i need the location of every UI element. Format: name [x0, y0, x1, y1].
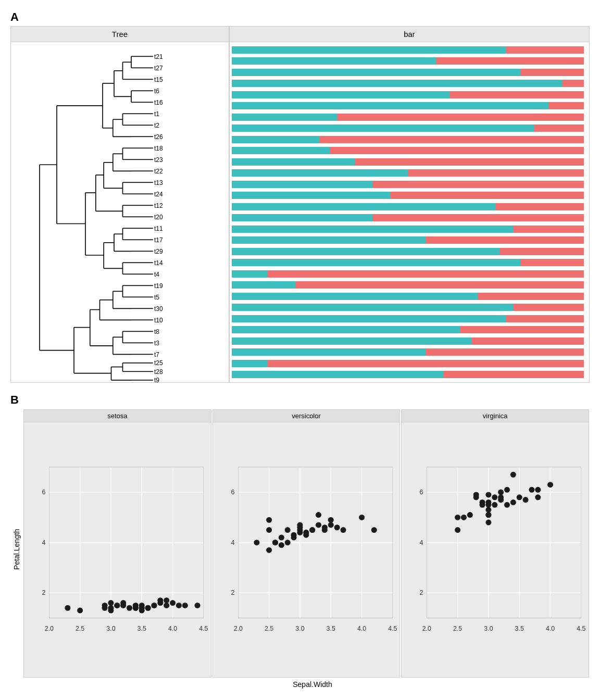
svg-text:t12: t12 — [154, 202, 163, 209]
bar-row — [232, 46, 584, 54]
svg-text:3.5: 3.5 — [326, 625, 335, 632]
svg-point-263 — [316, 522, 321, 528]
panel-b: B Petal.Length setosa2.02.53.03.54.04.52… — [10, 393, 590, 690]
svg-point-208 — [194, 603, 200, 608]
svg-text:t26: t26 — [154, 133, 163, 141]
svg-point-249 — [278, 542, 284, 548]
bar-row — [232, 113, 584, 121]
svg-point-217 — [157, 597, 163, 603]
svg-text:3.5: 3.5 — [138, 625, 146, 632]
svg-text:4: 4 — [420, 539, 423, 546]
bar-salmon — [514, 226, 584, 233]
bar-row — [232, 359, 584, 368]
bar-row — [232, 303, 584, 311]
bar-row — [232, 315, 584, 323]
bar-teal — [232, 169, 408, 177]
svg-point-216 — [151, 603, 157, 608]
svg-text:t27: t27 — [154, 65, 163, 72]
svg-point-302 — [486, 507, 492, 512]
svg-text:t28: t28 — [154, 368, 163, 376]
bar-row — [232, 191, 584, 199]
bar-row — [232, 91, 584, 99]
bar-teal — [232, 315, 506, 322]
tree-svg: t21 t27 t15 t6 t16 t1 t2 t26 t18 t23 t22… — [11, 42, 229, 382]
bar-salmon — [426, 348, 584, 356]
svg-point-306 — [492, 502, 498, 508]
svg-point-294 — [461, 515, 467, 520]
svg-text:t5: t5 — [154, 294, 159, 301]
svg-point-262 — [309, 527, 315, 533]
bar-teal — [232, 181, 372, 188]
bar-row — [232, 370, 584, 379]
tree-body: t21 t27 t15 t6 t16 t1 t2 t26 t18 t23 t22… — [10, 42, 229, 383]
svg-text:t24: t24 — [154, 191, 163, 198]
bar-salmon — [443, 371, 584, 378]
scatter-panel-setosa: setosa2.02.53.03.54.04.5246 — [23, 409, 211, 678]
svg-point-269 — [334, 524, 340, 530]
bar-row — [232, 68, 584, 77]
svg-text:t3: t3 — [154, 340, 159, 347]
bar-row — [232, 203, 584, 211]
bar-salmon — [548, 102, 584, 109]
bar-salmon — [562, 80, 584, 87]
svg-point-246 — [266, 517, 272, 523]
svg-text:t2: t2 — [154, 122, 159, 129]
svg-text:6: 6 — [231, 489, 234, 496]
bar-row — [232, 57, 584, 65]
svg-point-193 — [65, 605, 70, 611]
svg-point-270 — [340, 527, 346, 533]
scatter-container: Petal.Length setosa2.02.53.03.54.04.5246… — [10, 409, 590, 690]
bar-teal — [232, 270, 267, 278]
svg-point-318 — [535, 487, 541, 493]
bar-teal — [232, 114, 338, 121]
bar-teal — [232, 91, 450, 98]
svg-point-251 — [284, 540, 290, 545]
bar-teal — [232, 158, 355, 166]
bar-teal — [232, 57, 436, 65]
bar-teal — [232, 360, 267, 367]
svg-point-215 — [145, 605, 151, 611]
svg-point-309 — [498, 494, 504, 500]
bar-salmon — [496, 203, 584, 210]
svg-point-300 — [486, 520, 492, 526]
svg-text:4.5: 4.5 — [577, 625, 586, 632]
bar-teal — [232, 371, 443, 378]
svg-point-322 — [486, 492, 492, 497]
svg-point-209 — [77, 608, 83, 614]
scatter-panel-header-virginica: virginica — [402, 410, 589, 422]
bar-teal — [232, 192, 390, 199]
panel-b-content: Petal.Length setosa2.02.53.03.54.04.5246… — [10, 409, 590, 690]
bar-row — [232, 180, 584, 189]
bar-salmon — [450, 91, 584, 98]
svg-text:t9: t9 — [154, 377, 159, 382]
svg-text:t17: t17 — [154, 236, 163, 244]
bar-row — [232, 158, 584, 166]
svg-text:2.0: 2.0 — [422, 625, 431, 632]
svg-point-314 — [510, 472, 516, 478]
svg-point-212 — [127, 605, 132, 611]
svg-text:4.0: 4.0 — [357, 625, 366, 632]
svg-text:6: 6 — [420, 489, 423, 496]
bar-teal — [232, 102, 548, 109]
bar-row — [232, 79, 584, 88]
bar-row — [232, 258, 584, 267]
svg-point-218 — [164, 603, 169, 608]
svg-text:2: 2 — [420, 589, 423, 596]
scatter-panel-header-setosa: setosa — [24, 410, 211, 422]
svg-point-316 — [523, 497, 529, 503]
tree-header: Tree — [10, 26, 229, 42]
svg-text:t14: t14 — [154, 259, 163, 267]
svg-text:t6: t6 — [154, 88, 159, 95]
svg-text:t1: t1 — [154, 110, 159, 118]
bar-salmon — [520, 69, 584, 76]
bar-teal — [232, 203, 496, 210]
bar-row — [232, 236, 584, 244]
bar-salmon — [295, 281, 584, 289]
bar-body — [229, 42, 590, 383]
svg-text:2.5: 2.5 — [265, 625, 273, 632]
svg-point-293 — [455, 515, 460, 520]
svg-text:2.0: 2.0 — [233, 625, 242, 632]
svg-point-260 — [303, 530, 309, 535]
svg-point-299 — [480, 499, 485, 505]
scatter-plot-area-virginica: 2.02.53.03.54.04.5246 — [402, 422, 589, 677]
